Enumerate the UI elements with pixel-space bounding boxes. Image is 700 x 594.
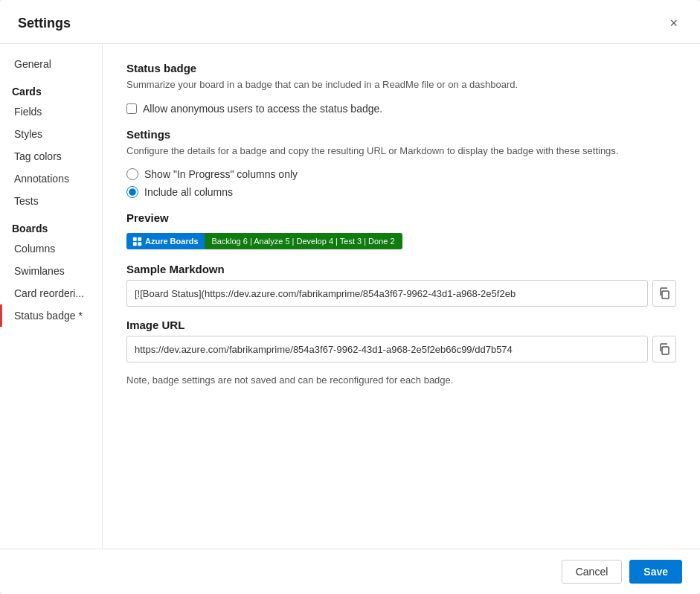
image-url-input-row bbox=[126, 336, 676, 363]
dialog-body: General Cards Fields Styles Tag colors A… bbox=[0, 44, 700, 549]
sidebar-item-annotations[interactable]: Annotations bbox=[0, 167, 102, 190]
sidebar-cards-header: Cards bbox=[0, 75, 102, 100]
sample-markdown-copy-button[interactable] bbox=[652, 280, 676, 307]
sidebar-item-card-reorder[interactable]: Card reorderi... bbox=[0, 282, 102, 304]
sidebar-item-tag-colors[interactable]: Tag colors bbox=[0, 145, 102, 167]
save-button[interactable]: Save bbox=[629, 560, 682, 584]
dialog-header: Settings × bbox=[0, 0, 700, 44]
dialog-footer: Cancel Save bbox=[0, 549, 700, 594]
badge-stats: Backlog 6 | Analyze 5 | Develop 4 | Test… bbox=[205, 233, 402, 249]
sidebar-boards-header: Boards bbox=[0, 212, 102, 237]
radio-in-progress-label[interactable]: Show "In Progress" columns only bbox=[144, 168, 298, 180]
anonymous-access-checkbox[interactable] bbox=[126, 103, 137, 114]
svg-rect-3 bbox=[138, 242, 141, 246]
azure-boards-icon bbox=[132, 237, 142, 246]
badge-logo-text: Azure Boards bbox=[145, 237, 199, 246]
preview-title: Preview bbox=[126, 211, 676, 224]
sidebar-item-swimlanes[interactable]: Swimlanes bbox=[0, 260, 102, 282]
radio-in-progress-row: Show "In Progress" columns only bbox=[126, 168, 676, 180]
sample-markdown-label: Sample Markdown bbox=[126, 263, 676, 275]
sidebar-item-tests[interactable]: Tests bbox=[0, 190, 102, 212]
sidebar-item-status-badge[interactable]: Status badge * bbox=[0, 304, 102, 327]
radio-in-progress[interactable] bbox=[126, 168, 138, 180]
sample-markdown-input[interactable] bbox=[126, 280, 648, 307]
copy-icon-2 bbox=[658, 343, 670, 355]
svg-rect-2 bbox=[133, 242, 137, 246]
anonymous-access-row: Allow anonymous users to access the stat… bbox=[126, 103, 676, 115]
image-url-copy-button[interactable] bbox=[652, 336, 676, 363]
radio-all-columns-row: Include all columns bbox=[126, 186, 676, 198]
sidebar-item-general[interactable]: General bbox=[0, 53, 102, 75]
anonymous-access-label[interactable]: Allow anonymous users to access the stat… bbox=[143, 103, 382, 115]
sidebar-item-styles[interactable]: Styles bbox=[0, 123, 102, 145]
copy-icon bbox=[658, 287, 670, 299]
main-content: Status badge Summarize your board in a b… bbox=[103, 44, 700, 549]
svg-rect-4 bbox=[662, 291, 669, 298]
settings-sub-description: Configure the details for a badge and co… bbox=[126, 144, 676, 159]
image-url-input[interactable] bbox=[126, 336, 648, 363]
close-button[interactable]: × bbox=[665, 13, 682, 33]
status-badge-title: Status badge bbox=[126, 62, 676, 74]
status-badge-description: Summarize your board in a badge that can… bbox=[126, 77, 676, 92]
image-url-label: Image URL bbox=[126, 319, 676, 331]
dialog-title: Settings bbox=[18, 16, 71, 31]
svg-rect-5 bbox=[662, 347, 669, 354]
cancel-button[interactable]: Cancel bbox=[562, 560, 623, 584]
preview-section: Preview Azure Boards Backlog 6 | Analyze… bbox=[126, 211, 676, 249]
radio-all-columns-label[interactable]: Include all columns bbox=[144, 186, 233, 198]
preview-badge: Azure Boards Backlog 6 | Analyze 5 | Dev… bbox=[126, 233, 402, 249]
radio-all-columns[interactable] bbox=[126, 186, 138, 198]
sample-markdown-input-row bbox=[126, 280, 676, 307]
image-url-row: Image URL bbox=[126, 319, 676, 363]
note-text: Note, badge settings are not saved and c… bbox=[126, 374, 676, 386]
settings-dialog: Settings × General Cards Fields Styles T… bbox=[0, 0, 700, 594]
svg-rect-0 bbox=[133, 237, 137, 240]
sidebar-item-fields[interactable]: Fields bbox=[0, 100, 102, 123]
badge-logo: Azure Boards bbox=[126, 233, 205, 249]
svg-rect-1 bbox=[138, 237, 141, 240]
sidebar-item-columns[interactable]: Columns bbox=[0, 237, 102, 260]
sample-markdown-row: Sample Markdown bbox=[126, 263, 676, 307]
sidebar: General Cards Fields Styles Tag colors A… bbox=[0, 44, 103, 549]
settings-sub-title: Settings bbox=[126, 128, 676, 141]
